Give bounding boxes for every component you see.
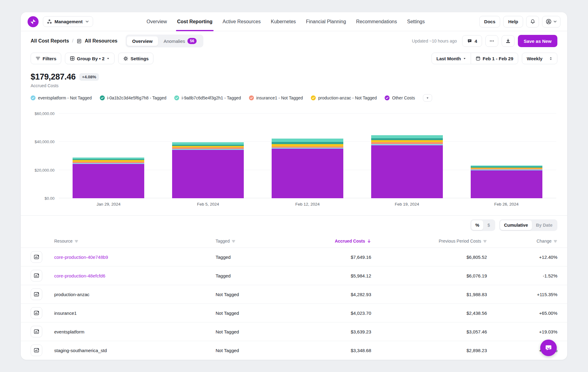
resource-name-link[interactable]: core-production-40e748b9 (54, 255, 108, 260)
comments-count: 4 (475, 39, 477, 44)
total-cost: $179,287.46 (31, 72, 76, 82)
legend-more-button[interactable] (423, 94, 432, 102)
updated-timestamp: Updated ~10 hours ago (412, 39, 457, 43)
legend-item[interactable]: insurance1 - Not Tagged (249, 95, 303, 100)
dollar-toggle[interactable]: $ (483, 220, 494, 230)
stacked-bar (371, 135, 443, 198)
tab-recommendations[interactable]: Recommendations (356, 12, 397, 31)
y-tick-label: $20,000.00 (31, 168, 55, 172)
previous-header-label: Previous Period Costs (439, 239, 481, 244)
support-chat-button[interactable] (540, 340, 557, 356)
tab-overview[interactable]: Overview (127, 36, 158, 46)
tagged-cell: Not Tagged (216, 329, 301, 334)
previous-cost-cell: $6,076.19 (371, 273, 487, 278)
more-actions-button[interactable] (485, 35, 498, 47)
user-avatar-icon (546, 19, 552, 24)
accrued-cost-cell: $5,984.12 (301, 273, 371, 278)
bar-group (59, 106, 158, 198)
account-menu-button[interactable] (542, 16, 560, 28)
legend-item[interactable]: production-anzac - Not Tagged (311, 95, 377, 100)
add-to-chart-button[interactable] (31, 251, 42, 263)
add-to-chart-button[interactable] (31, 326, 42, 337)
download-button[interactable] (502, 35, 514, 47)
resource-name: production-anzac (54, 292, 89, 297)
accrued-cost-cell: $4,282.93 (301, 292, 371, 297)
legend-item[interactable]: i-0a1b2c3d4e5f6g7h8 - Tagged (100, 95, 167, 100)
bar-segment (272, 144, 343, 147)
x-axis: Jan 29, 2024Feb 5, 2024Feb 12, 2024Feb 1… (59, 202, 556, 206)
change-cell: +115.35% (487, 292, 557, 297)
legend-item[interactable]: i-9a8b7c6d5e4f3g2h1 - Tagged (174, 95, 241, 100)
bar-segment (272, 139, 343, 142)
period-select[interactable]: Last Month (432, 53, 471, 64)
tab-anomalies[interactable]: Anomalies 56 (158, 36, 202, 46)
top-nav: Management OverviewCost ReportingActive … (21, 12, 567, 31)
report-toolbar: All Cost Reports / All Resources Overvie… (21, 31, 567, 51)
legend-label: eventsplatform - Not Tagged (38, 95, 92, 100)
help-button[interactable]: Help (503, 16, 523, 28)
add-to-chart-button[interactable] (31, 344, 42, 356)
column-header-accrued-costs[interactable]: Accrued Costs (301, 239, 371, 244)
resource-name-link[interactable]: core-production-48efcfd6 (54, 273, 105, 278)
chart-add-icon (34, 292, 39, 297)
tab-active-resources[interactable]: Active Resources (223, 12, 261, 31)
workspace-selector[interactable]: Management (43, 16, 93, 27)
legend-label: insurance1 - Not Tagged (256, 95, 303, 100)
add-to-chart-button[interactable] (31, 288, 42, 300)
resource-header-label: Resource (54, 239, 73, 244)
sort-icon (232, 239, 236, 243)
chart-settings-button[interactable]: Settings (118, 53, 153, 64)
legend-item[interactable]: Other Costs (385, 95, 415, 100)
date-controls: Last Month Feb 1 - Feb 29 (432, 53, 518, 64)
tab-kubernetes[interactable]: Kubernetes (271, 12, 296, 31)
tab-cost-reporting[interactable]: Cost Reporting (177, 12, 213, 31)
percent-toggle[interactable]: % (471, 220, 483, 230)
select-carets-icon (549, 57, 552, 61)
breadcrumb-resource[interactable]: All Resources (85, 38, 118, 44)
comments-button[interactable]: 4 (462, 35, 482, 47)
chat-icon (545, 344, 552, 352)
tagged-cell: Not Tagged (216, 311, 301, 316)
check-circle-icon (31, 95, 36, 100)
cumulative-toggle[interactable]: Cumulative (500, 220, 532, 230)
change-cell: +65.00% (487, 311, 557, 316)
date-range-button[interactable]: Feb 1 - Feb 29 (471, 53, 518, 64)
notifications-button[interactable] (526, 16, 539, 28)
x-tick-label: Jan 29, 2024 (59, 202, 158, 206)
column-header-previous-period[interactable]: Previous Period Costs (371, 239, 487, 244)
bar-segment (471, 170, 542, 198)
legend-label: i-9a8b7c6d5e4f3g2h1 - Tagged (182, 95, 241, 100)
granularity-select[interactable]: Weekly (522, 53, 557, 64)
breadcrumb-report[interactable]: All Cost Reports (31, 38, 69, 44)
filters-button[interactable]: Filters (31, 53, 61, 64)
bar-series (59, 106, 556, 198)
stacked-bar (272, 139, 343, 198)
chart-add-icon (34, 310, 39, 316)
column-header-change[interactable]: Change (487, 239, 557, 244)
bar-segment (272, 149, 343, 198)
workspace-label: Management (55, 19, 83, 24)
column-header-resource[interactable]: Resource (54, 239, 216, 244)
by-date-toggle[interactable]: By Date (532, 220, 556, 230)
x-tick-label: Feb 5, 2024 (158, 202, 258, 206)
accrued-cost-cell: $4,023.70 (301, 311, 371, 316)
legend-item[interactable]: eventsplatform - Not Tagged (31, 95, 92, 100)
group-by-button[interactable]: Group By • 2 (65, 53, 115, 64)
column-header-tagged[interactable]: Tagged (216, 239, 301, 244)
table-row: insurance1Not Tagged$4,023.70$2,438.56+6… (21, 303, 567, 322)
add-to-chart-button[interactable] (31, 270, 42, 281)
bar-segment (371, 145, 443, 198)
tab-overview[interactable]: Overview (146, 12, 167, 31)
tab-settings[interactable]: Settings (407, 12, 425, 31)
add-to-chart-button[interactable] (31, 307, 42, 319)
vantage-logo-icon[interactable] (28, 16, 39, 27)
docs-button[interactable]: Docs (479, 16, 500, 28)
save-as-new-button[interactable]: Save as New (518, 35, 557, 47)
grid-icon (70, 56, 75, 61)
comment-icon (467, 39, 472, 44)
chart-add-icon (34, 329, 39, 334)
tab-financial-planning[interactable]: Financial Planning (306, 12, 346, 31)
gear-icon (123, 56, 128, 61)
check-circle-icon (311, 95, 316, 100)
anomalies-count-badge: 56 (187, 38, 197, 44)
